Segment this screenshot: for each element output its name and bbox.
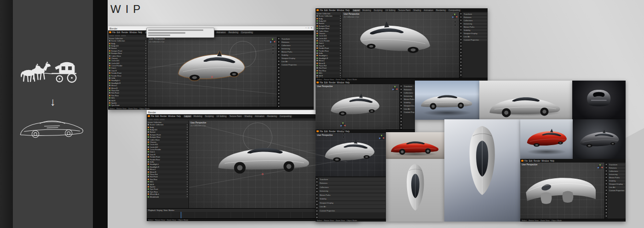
render-dark-quarter[interactable]: [573, 119, 626, 159]
menu-item[interactable]: File: [151, 115, 154, 117]
property-panel-row[interactable]: Transform: [609, 164, 625, 166]
playhead[interactable]: [181, 212, 182, 218]
menu-item[interactable]: Help: [345, 9, 350, 12]
visibility-icon[interactable]: [145, 105, 146, 106]
outliner-row[interactable]: Windshield: [147, 195, 189, 198]
property-panel-row[interactable]: Custom Properties: [281, 64, 313, 66]
visibility-icon[interactable]: [145, 90, 146, 91]
visibility-icon[interactable]: [145, 45, 146, 46]
visibility-icon[interactable]: [145, 88, 146, 88]
visibility-icon[interactable]: [340, 33, 341, 34]
visibility-icon[interactable]: [340, 70, 341, 71]
menu-item[interactable]: Edit: [117, 31, 121, 34]
visibility-icon[interactable]: [187, 196, 188, 197]
property-panel-row[interactable]: Relations: [319, 181, 385, 185]
property-panel-row[interactable]: Transform: [281, 38, 313, 41]
visibility-icon[interactable]: [145, 85, 146, 86]
blender-window-rear-view[interactable]: FileEditRenderWindowHelp LayoutModelingS…: [316, 8, 488, 81]
menu-item[interactable]: Render: [121, 31, 128, 34]
visibility-icon[interactable]: [187, 129, 188, 130]
property-panel-row[interactable]: Line Art: [281, 60, 313, 63]
property-panel-row[interactable]: Line Art: [463, 35, 487, 38]
workspace-tab[interactable]: UV Editing: [216, 115, 227, 117]
visibility-icon[interactable]: [340, 18, 341, 19]
visibility-icon[interactable]: [145, 100, 146, 101]
blender-logo-icon[interactable]: [316, 130, 319, 132]
nav-gizmo-icon[interactable]: [392, 86, 398, 92]
visibility-icon[interactable]: [340, 38, 341, 39]
property-panel-row[interactable]: Custom Properties: [319, 209, 385, 212]
visibility-icon[interactable]: [187, 171, 188, 172]
pan-icon[interactable]: [454, 24, 456, 26]
blender-window-properties[interactable]: FileEditRenderWindowHelp User Perspectiv…: [316, 129, 386, 222]
menu-item[interactable]: Window: [337, 82, 344, 84]
property-panel-row[interactable]: Visibility: [281, 54, 313, 57]
visibility-icon[interactable]: [187, 186, 188, 187]
timeline-menu-item[interactable]: Keying: [157, 210, 162, 211]
property-panel-row[interactable]: Collections: [463, 19, 487, 22]
blender-window-interior[interactable]: FileEditRenderWindowHelp User Perspectiv…: [520, 159, 626, 222]
property-panel-row[interactable]: Visibility: [319, 197, 385, 200]
car-model-3d[interactable]: [173, 48, 248, 85]
visibility-icon[interactable]: [340, 53, 341, 54]
visibility-icon[interactable]: [187, 146, 188, 147]
property-panel-row[interactable]: Viewport Display: [281, 57, 313, 60]
visibility-icon[interactable]: [145, 78, 146, 79]
visibility-icon[interactable]: [340, 30, 341, 31]
visibility-icon[interactable]: [187, 134, 188, 135]
workspace-tab[interactable]: Compositing: [240, 31, 253, 34]
property-panel-row[interactable]: Visibility: [609, 180, 625, 182]
render-top-view-small[interactable]: [386, 159, 444, 222]
workspace-tab[interactable]: Shading: [412, 9, 422, 12]
visibility-icon[interactable]: [187, 176, 188, 177]
property-panel-row[interactable]: Relations: [463, 16, 487, 19]
blender-window-perspective[interactable]: Blender –□✕ FileEditRenderWindowHelp Lay…: [108, 26, 314, 110]
visibility-icon[interactable]: [187, 132, 188, 133]
property-panel-row[interactable]: Instancing: [319, 189, 385, 193]
blender-window-small[interactable]: FileEditRenderWindowHelp User Perspectiv…: [316, 81, 415, 132]
property-panel-row[interactable]: Collections: [403, 92, 414, 94]
menu-item[interactable]: Edit: [529, 160, 533, 162]
viewport-3d[interactable]: User Perspective: [520, 163, 604, 219]
visibility-icon[interactable]: [145, 73, 146, 74]
render-red-quarter[interactable]: [520, 119, 573, 159]
workspace-tab[interactable]: Sculpting: [373, 9, 384, 12]
property-panel-row[interactable]: Instancing: [403, 95, 414, 98]
window-controls[interactable]: –□✕: [305, 27, 312, 29]
visibility-icon[interactable]: [145, 70, 146, 71]
property-panel-row[interactable]: Transform: [403, 85, 414, 88]
property-panel-row[interactable]: Motion Paths: [281, 51, 313, 53]
visibility-icon[interactable]: [187, 137, 188, 138]
visibility-icon[interactable]: [145, 60, 146, 61]
visibility-icon[interactable]: [340, 58, 341, 58]
menu-item[interactable]: Help: [177, 115, 181, 117]
workspace-tab[interactable]: Modeling: [362, 9, 372, 12]
nav-gizmo-icon[interactable]: [379, 134, 385, 140]
workspace-tab[interactable]: Shading: [243, 115, 253, 117]
menu-item[interactable]: File: [320, 82, 323, 84]
timeline-menu-item[interactable]: Playback: [148, 210, 155, 211]
property-panel-row[interactable]: Instancing: [463, 23, 487, 25]
visibility-icon[interactable]: [340, 65, 341, 66]
blender-logo-icon[interactable]: [148, 115, 150, 117]
workspace-tab[interactable]: Layout: [352, 9, 361, 12]
visibility-icon[interactable]: [340, 50, 341, 51]
popup-dialog[interactable]: [146, 28, 214, 38]
visibility-icon[interactable]: [145, 102, 146, 103]
visibility-icon[interactable]: [145, 65, 146, 66]
render-silver-side-light[interactable]: [479, 81, 572, 120]
visibility-icon[interactable]: [340, 41, 341, 41]
menu-item[interactable]: Edit: [155, 115, 159, 117]
visibility-icon[interactable]: [187, 184, 188, 185]
visibility-icon[interactable]: [340, 25, 341, 26]
render-silver-side-blue[interactable]: [415, 81, 479, 120]
camera-icon[interactable]: [342, 136, 345, 138]
visibility-icon[interactable]: [187, 162, 188, 163]
visibility-icon[interactable]: [187, 189, 188, 190]
property-panel-row[interactable]: Custom Properties: [403, 111, 414, 114]
visibility-icon[interactable]: [340, 60, 341, 61]
visibility-icon[interactable]: [145, 58, 146, 58]
viewport-tools[interactable]: [272, 46, 274, 54]
car-interior-model[interactable]: [523, 170, 598, 210]
property-panel-row[interactable]: Motion Paths: [609, 176, 625, 179]
